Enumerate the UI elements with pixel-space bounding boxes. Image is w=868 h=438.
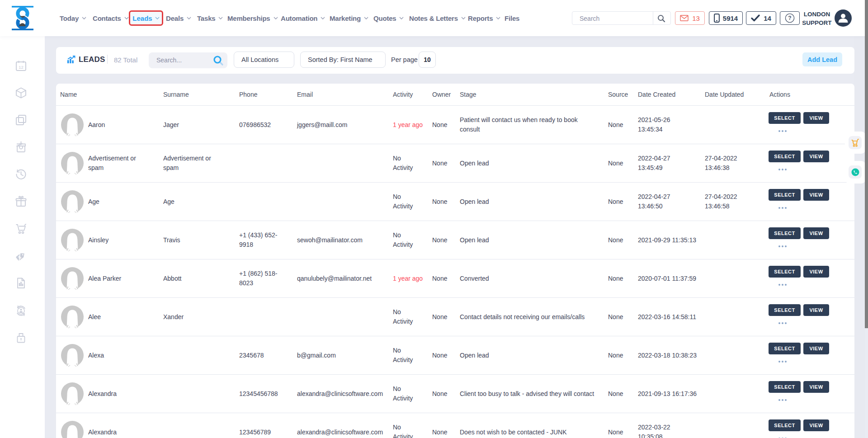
svg-text:12: 12 bbox=[19, 65, 24, 70]
svg-text:?: ? bbox=[788, 15, 791, 21]
